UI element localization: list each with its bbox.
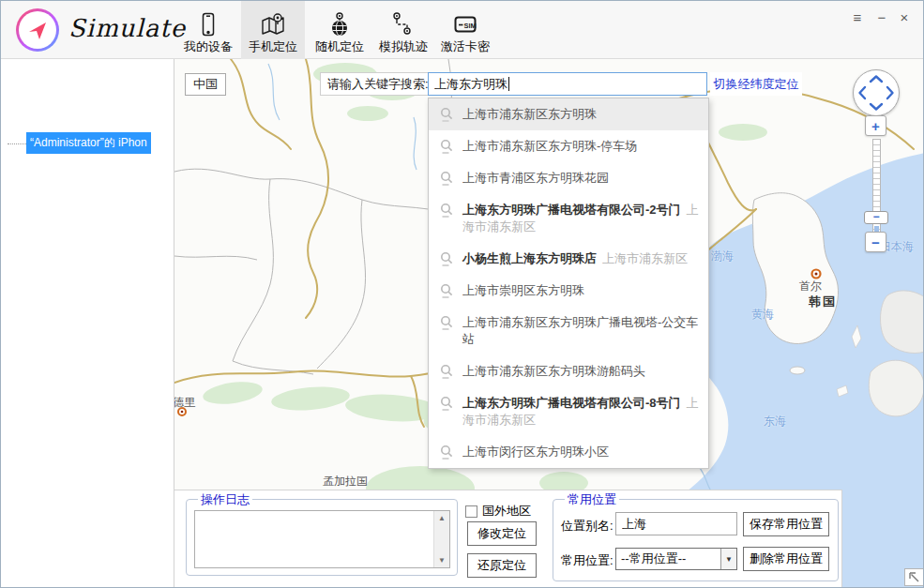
search-history-icon xyxy=(440,445,453,464)
top-toolbar: Simulate 我的设备 xyxy=(1,1,923,59)
device-tree-sidebar: “Administrator”的 iPhon xyxy=(1,59,174,587)
northwest-arrow-icon xyxy=(908,571,920,583)
alias-input[interactable] xyxy=(615,512,737,535)
suggestion-item[interactable]: 上海东方明珠广播电视塔有限公司-2号门上海市浦东新区 xyxy=(429,194,708,243)
country-label-box: 中国 xyxy=(185,73,226,96)
label-east-china-sea: 东海 xyxy=(764,414,786,430)
suggestion-item[interactable]: 上海市浦东新区东方明珠 xyxy=(429,98,708,130)
suggestion-item[interactable]: 上海东方明珠广播电视塔有限公司-8号门上海市浦东新区 xyxy=(429,387,708,436)
foreign-region-label: 国外地区 xyxy=(482,503,531,520)
save-favorite-button[interactable]: 保存常用位置 xyxy=(743,512,829,536)
search-history-icon xyxy=(440,283,453,303)
restore-location-button[interactable]: 还原定位 xyxy=(467,553,537,578)
label-bohai-sea: 渤海 xyxy=(711,249,734,264)
toolbar-activate-card[interactable]: SIM 激活卡密 xyxy=(434,1,496,59)
operation-log-textarea[interactable]: ▲ ▼ xyxy=(194,510,450,568)
map-pin-icon xyxy=(259,9,287,39)
zoom-slider-handle[interactable]: − xyxy=(864,211,888,224)
search-label: 请输入关键字搜索: xyxy=(320,72,428,96)
log-scrollbar[interactable]: ▲ ▼ xyxy=(433,511,449,567)
scroll-down-icon[interactable]: ▼ xyxy=(434,553,449,567)
suggestion-item[interactable]: 上海市浦东新区东方明珠游船码头 xyxy=(429,355,708,387)
toolbar-my-devices[interactable]: 我的设备 xyxy=(177,1,239,59)
bottom-panel: 操作日志 ▲ ▼ 国外地区 修改定位 还原定位 常用位置 位置别名: 保存常用位… xyxy=(174,490,842,588)
map-pan-control[interactable] xyxy=(853,69,900,116)
sim-card-icon: SIM xyxy=(451,9,479,39)
label-yellow-sea: 黄海 xyxy=(751,307,774,323)
favorites-title: 常用位置 xyxy=(565,491,619,508)
favorites-list-label: 常用位置: xyxy=(561,552,613,569)
pan-up-icon xyxy=(871,77,882,83)
device-tree-item[interactable]: “Administrator”的 iPhon xyxy=(26,132,151,154)
operation-log-title: 操作日志 xyxy=(198,491,252,508)
scroll-up-icon[interactable]: ▲ xyxy=(434,511,449,525)
text-caret xyxy=(508,77,509,91)
pan-left-icon xyxy=(860,87,866,98)
alias-label: 位置别名: xyxy=(561,518,613,535)
favorites-dropdown[interactable]: --常用位置-- ▼ xyxy=(615,548,737,570)
tree-connector xyxy=(8,143,26,144)
window-minimize-button[interactable]: − xyxy=(872,8,891,26)
svg-text:SIM: SIM xyxy=(464,22,477,30)
switch-latlng-link[interactable]: 切换经纬度定位 xyxy=(710,72,802,96)
toolbar-random-locate[interactable]: 随机定位 xyxy=(309,1,371,59)
pan-down-icon xyxy=(871,104,882,110)
app-title: Simulate xyxy=(68,14,186,42)
label-bangladesh: 孟加拉国 xyxy=(323,474,368,490)
search-history-icon xyxy=(440,139,453,158)
operation-log-group: 操作日志 ▲ ▼ xyxy=(186,499,458,576)
app-logo xyxy=(16,8,59,52)
foreign-region-checkbox-row: 国外地区 xyxy=(465,503,531,520)
suggestion-item[interactable]: 上海市青浦区东方明珠花园 xyxy=(429,162,708,194)
pan-right-icon xyxy=(887,87,893,98)
app-window: Simulate 我的设备 xyxy=(0,0,924,588)
navigation-arrow-icon xyxy=(23,16,52,44)
modify-location-button[interactable]: 修改定位 xyxy=(467,521,537,546)
phone-icon xyxy=(195,9,221,39)
label-korea: 韩国 xyxy=(809,294,837,310)
dropdown-arrow-icon: ▼ xyxy=(720,549,736,569)
route-pins-icon xyxy=(390,9,417,39)
search-input-value: 上海东方明珠 xyxy=(434,76,507,93)
globe-pin-icon xyxy=(326,9,353,39)
suggestion-item[interactable]: 上海市崇明区东方明珠 xyxy=(429,275,708,307)
suggestion-item[interactable]: 上海市浦东新区东方明珠-停车场 xyxy=(429,130,708,162)
search-input[interactable]: 上海东方明珠 xyxy=(428,72,707,96)
search-history-icon xyxy=(440,396,453,415)
window-close-button[interactable]: × xyxy=(895,8,914,26)
suggestion-item[interactable]: 上海市闵行区东方明珠小区 xyxy=(429,436,708,468)
foreign-region-checkbox[interactable] xyxy=(465,505,477,518)
favorites-dropdown-value: --常用位置-- xyxy=(616,550,720,567)
zoom-in-button[interactable]: + xyxy=(865,115,886,136)
search-suggestions-dropdown: 上海市浦东新区东方明珠 上海市浦东新区东方明珠-停车场 xyxy=(428,98,709,469)
label-delhi: 德里 xyxy=(174,395,195,411)
zoom-out-button[interactable]: − xyxy=(865,232,886,252)
operation-log-content xyxy=(197,513,432,565)
search-history-icon xyxy=(440,251,453,271)
search-history-icon xyxy=(440,107,453,127)
pan-to-origin-button[interactable] xyxy=(904,568,924,586)
favorites-group: 常用位置 位置别名: 保存常用位置 常用位置: --常用位置-- ▼ 删除常用位… xyxy=(553,499,839,581)
search-history-icon xyxy=(440,171,453,190)
label-seoul: 首尔 xyxy=(799,279,822,294)
delete-favorite-button[interactable]: 删除常用位置 xyxy=(743,547,829,571)
toolbar-phone-locate[interactable]: 手机定位 xyxy=(241,1,305,59)
suggestion-item[interactable]: 小杨生煎上海东方明珠店上海市浦东新区 xyxy=(429,243,708,275)
suggestion-item[interactable]: 上海市浦东新区东方明珠广播电视塔-公交车站 xyxy=(429,307,708,355)
search-history-icon xyxy=(440,315,453,335)
search-history-icon xyxy=(440,203,453,222)
window-menu-button[interactable]: ≡ xyxy=(848,8,867,26)
search-history-icon xyxy=(440,364,453,384)
toolbar-simulate-track[interactable]: 模拟轨迹 xyxy=(372,1,434,59)
